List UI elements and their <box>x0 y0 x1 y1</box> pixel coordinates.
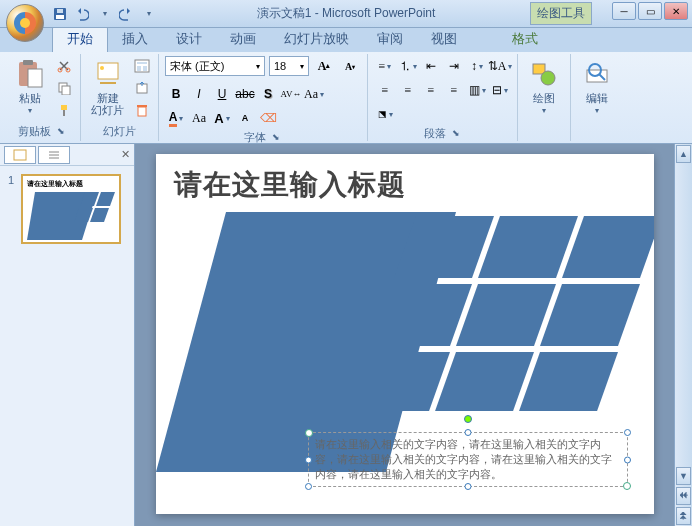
editing-button[interactable]: 编辑 ▾ <box>577 56 617 117</box>
tab-view[interactable]: 视图 <box>417 26 471 52</box>
scroll-down-icon[interactable]: ▼ <box>676 467 691 485</box>
font-shrink-button[interactable]: A <box>234 108 256 128</box>
line-spacing-button[interactable]: ↕ <box>466 56 488 76</box>
resize-handle[interactable] <box>624 456 631 463</box>
clear-format-button[interactable]: ⌫ <box>257 108 279 128</box>
prev-slide-icon[interactable]: ⯬ <box>676 487 691 505</box>
paragraph-launcher[interactable]: ⬊ <box>450 128 462 140</box>
svg-point-1 <box>20 18 30 28</box>
resize-handle[interactable] <box>464 429 471 436</box>
slide-title-placeholder[interactable]: 请在这里输入标题 <box>174 166 636 204</box>
change-case-button[interactable]: Aa <box>303 84 325 104</box>
undo-dropdown[interactable] <box>94 4 114 24</box>
next-slide-icon[interactable]: ⯭ <box>676 507 691 525</box>
align-center-button[interactable]: ≡ <box>397 80 419 100</box>
indent-increase-button[interactable]: ⇥ <box>443 56 465 76</box>
align-left-button[interactable]: ≡ <box>374 80 396 100</box>
new-slide-button[interactable]: 新建 幻灯片 <box>87 56 128 118</box>
svg-rect-18 <box>137 62 147 64</box>
tab-home[interactable]: 开始 <box>52 25 108 52</box>
scroll-up-icon[interactable]: ▲ <box>676 145 691 163</box>
svg-rect-11 <box>62 86 70 95</box>
bold-button[interactable]: B <box>165 84 187 104</box>
maximize-button[interactable]: ▭ <box>638 2 662 20</box>
svg-rect-12 <box>61 105 67 110</box>
convert-smartart-button[interactable]: ⬔ <box>374 104 397 124</box>
increase-font-icon[interactable]: A▴ <box>313 56 335 76</box>
font-color-button[interactable]: A <box>165 108 187 128</box>
tab-format[interactable]: 格式 <box>498 26 552 52</box>
outline-tab[interactable] <box>38 146 70 164</box>
reset-icon[interactable] <box>132 78 152 98</box>
qat-customize[interactable] <box>138 4 158 24</box>
group-paragraph: ≡ ⒈ ⇤ ⇥ ↕ ⇅A ≡ ≡ ≡ ≡ ▥ ⊟ ⬔ 段落⬊ <box>368 54 518 141</box>
columns-button[interactable]: ▥ <box>466 80 488 100</box>
ribbon-tabs: 开始 插入 设计 动画 幻灯片放映 审阅 视图 格式 <box>0 28 692 52</box>
resize-handle[interactable] <box>464 483 471 490</box>
save-icon[interactable] <box>50 4 70 24</box>
indent-decrease-button[interactable]: ⇤ <box>420 56 442 76</box>
minimize-button[interactable]: ─ <box>612 2 636 20</box>
format-painter-icon[interactable] <box>54 100 74 120</box>
rotate-handle-icon[interactable] <box>464 415 472 423</box>
slide-canvas[interactable]: 请在这里输入标题 GXIsystem.com 请在这里输入相关的 <box>156 154 654 514</box>
svg-marker-37 <box>562 216 654 278</box>
svg-rect-22 <box>138 107 146 116</box>
layout-icon[interactable] <box>132 56 152 76</box>
group-slides: 新建 幻灯片 幻灯片 <box>81 54 159 141</box>
underline-button[interactable]: U <box>211 84 233 104</box>
slides-tab[interactable] <box>4 146 36 164</box>
drawing-icon <box>528 58 560 90</box>
align-right-button[interactable]: ≡ <box>420 80 442 100</box>
scroll-track[interactable] <box>675 164 692 466</box>
undo-icon[interactable] <box>72 4 92 24</box>
font-size-selector[interactable]: 18▾ <box>269 56 309 76</box>
text-direction-button[interactable]: ⇅A <box>489 56 511 76</box>
font-launcher[interactable]: ⬊ <box>270 132 282 144</box>
resize-handle[interactable] <box>624 429 631 436</box>
tab-insert[interactable]: 插入 <box>108 26 162 52</box>
svg-rect-19 <box>137 66 141 71</box>
paste-button[interactable]: 粘贴 ▾ <box>10 56 50 117</box>
svg-rect-28 <box>14 150 26 160</box>
tab-design[interactable]: 设计 <box>162 26 216 52</box>
strikethrough-button[interactable]: abc <box>234 84 256 104</box>
bullets-button[interactable]: ≡ <box>374 56 396 76</box>
copy-icon[interactable] <box>54 78 74 98</box>
tab-review[interactable]: 审阅 <box>363 26 417 52</box>
font-name-selector[interactable]: 宋体 (正文)▾ <box>165 56 265 76</box>
font-grow-button[interactable]: A <box>211 108 233 128</box>
delete-icon[interactable] <box>132 100 152 120</box>
svg-rect-4 <box>57 9 63 13</box>
align-text-button[interactable]: ⊟ <box>489 80 511 100</box>
tab-animations[interactable]: 动画 <box>216 26 270 52</box>
clipboard-launcher[interactable]: ⬊ <box>55 126 67 138</box>
redo-icon[interactable] <box>116 4 136 24</box>
group-paragraph-label: 段落 <box>424 126 446 141</box>
panel-close-icon[interactable]: ✕ <box>121 148 130 161</box>
resize-handle[interactable] <box>305 483 312 490</box>
close-button[interactable]: ✕ <box>664 2 688 20</box>
slide-editor[interactable]: 请在这里输入标题 GXIsystem.com 请在这里输入相关的 <box>135 144 674 526</box>
window-controls: ─ ▭ ✕ <box>612 2 688 20</box>
char-spacing-button[interactable]: AV↔ <box>280 84 302 104</box>
body-textbox[interactable]: 请在这里输入相关的文字内容，请在这里输入相关的文字内容，请在这里输入相关的文字内… <box>308 432 628 487</box>
drawing-button[interactable]: 绘图 ▾ <box>524 56 564 117</box>
decrease-font-icon[interactable]: A▾ <box>339 56 361 76</box>
justify-button[interactable]: ≡ <box>443 80 465 100</box>
slide-thumbnail[interactable]: 请在这里输入标题 <box>21 174 121 244</box>
vertical-scrollbar[interactable]: ▲ ▼ ⯬ ⯭ <box>674 144 692 526</box>
grid-parallelograms[interactable] <box>394 216 654 411</box>
numbering-button[interactable]: ⒈ <box>397 56 419 76</box>
cut-icon[interactable] <box>54 56 74 76</box>
thumbnail-number: 1 <box>8 174 14 186</box>
svg-point-15 <box>100 66 104 70</box>
office-button[interactable] <box>6 4 44 42</box>
tab-slideshow[interactable]: 幻灯片放映 <box>270 26 363 52</box>
resize-handle[interactable] <box>305 456 312 463</box>
italic-button[interactable]: I <box>188 84 210 104</box>
svg-rect-7 <box>28 69 42 87</box>
highlight-button[interactable]: Aa <box>188 108 210 128</box>
shadow-button[interactable]: S <box>257 84 279 104</box>
quick-access-toolbar <box>50 4 158 24</box>
